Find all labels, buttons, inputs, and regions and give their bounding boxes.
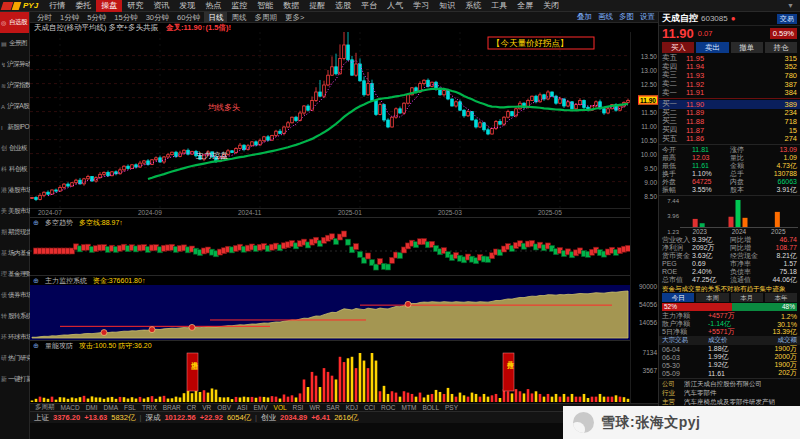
svg-text:主力控盘: 主力控盘 — [195, 151, 228, 160]
trend-oscillator-chart[interactable] — [30, 227, 630, 275]
tool-多图[interactable]: 多图 — [616, 12, 637, 22]
indicator-tab-多周期[interactable]: 多周期 — [33, 403, 57, 411]
menu-item-数据[interactable]: 数据 — [278, 0, 304, 12]
indicator-tab-WR[interactable]: WR — [307, 404, 322, 411]
menu-item-人气[interactable]: 人气 — [382, 0, 408, 12]
sidebar-item-沪深A股[interactable]: A沪深A股 — [0, 96, 29, 117]
company-row: 行业汽车零部件 — [659, 389, 800, 398]
menu-item-提醒[interactable]: 提醒 — [304, 0, 330, 12]
flow-tab-本年[interactable]: 本年 — [765, 293, 797, 302]
book-row[interactable]: 卖一11.91384 — [659, 88, 800, 97]
indicator-tab-VR[interactable]: VR — [200, 404, 213, 411]
menu-item-操盘[interactable]: 操盘 — [96, 0, 122, 12]
indicator-tab-SAR[interactable]: SAR — [324, 404, 341, 411]
tool-设置[interactable]: 设置 — [637, 12, 658, 22]
menu-item-工具[interactable]: 工具 — [486, 0, 512, 12]
indicator-tab-DMI[interactable]: DMI — [84, 404, 100, 411]
indicator-tab-CR[interactable]: CR — [185, 404, 198, 411]
flow-tab-今日[interactable]: 今日 — [662, 293, 694, 302]
order-btn-卖出[interactable]: 卖出 — [696, 42, 728, 53]
sidebar-item-全景图[interactable]: ▤全景图 — [0, 33, 29, 54]
chart-tools: 叠加画线多图设置 — [574, 12, 658, 22]
price-tick: 11.50 — [641, 108, 657, 115]
tool-叠加[interactable]: 叠加 — [574, 12, 595, 22]
indicator-tab-BRAR[interactable]: BRAR — [161, 404, 183, 411]
menu-item-资讯[interactable]: 资讯 — [148, 0, 174, 12]
sidebar-item-自选股[interactable]: ◎自选股 — [0, 12, 29, 33]
sidebar-item-沪深指数[interactable]: ≋沪深指数 — [0, 75, 29, 96]
indicator-tab-MTM[interactable]: MTM — [400, 404, 419, 411]
sidebar-item-新股IPO[interactable]: I新股IPO — [0, 117, 29, 138]
menu-item-全屏[interactable]: 全屏 — [512, 0, 538, 12]
menu-item-关闭[interactable]: 关闭 — [538, 0, 564, 12]
indicator-tab-PSY[interactable]: PSY — [443, 404, 460, 411]
menu-item-研究[interactable]: 研究 — [122, 0, 148, 12]
stat-label: 股本 — [730, 185, 762, 195]
sidebar-item-环球市场[interactable]: 环环球市场 — [0, 327, 29, 348]
period-tab-更多>[interactable]: 更多> — [281, 12, 308, 23]
sidebar-item-热门研究[interactable]: 研热门研究 — [0, 348, 29, 369]
sidebar-item-创业板[interactable]: 创创业板 — [0, 138, 29, 159]
indicator-tab-OBV[interactable]: OBV — [215, 404, 233, 411]
flow-tab-本周[interactable]: 本周 — [696, 293, 728, 302]
kline-chart[interactable]: 【今天量价好拐点】均线多头主力控盘 — [30, 32, 630, 208]
menu-item-选股[interactable]: 选股 — [330, 0, 356, 12]
menu-item-发现[interactable]: 发现 — [174, 0, 200, 12]
menu-item-学习[interactable]: 学习 — [408, 0, 434, 12]
order-btn-持仓[interactable]: 持仓 — [765, 42, 797, 53]
trade-button[interactable]: 交易 — [777, 14, 797, 24]
sidebar-item-一键打新[interactable]: 新一键打新 — [0, 369, 29, 390]
menu-item-委托[interactable]: 委托 — [70, 0, 96, 12]
period-tab-周线[interactable]: 周线 — [227, 12, 250, 23]
sidebar-item-基金理财[interactable]: 理基金理财 — [0, 264, 29, 285]
order-btn-买入[interactable]: 买入 — [662, 42, 694, 53]
tool-画线[interactable]: 画线 — [595, 12, 616, 22]
sidebar-item-科创板[interactable]: 科科创板 — [0, 159, 29, 180]
indicator-tab-DMA[interactable]: DMA — [102, 404, 120, 411]
indicator-tab-KDJ[interactable]: KDJ — [344, 404, 360, 411]
sidebar-item-美股市场[interactable]: 美美股市场 — [0, 201, 29, 222]
sidebar-item-沪深异动[interactable]: ↯沪深异动 — [0, 54, 29, 75]
indicator-tab-ROC[interactable]: ROC — [379, 404, 397, 411]
indicator-tab-RSI[interactable]: RSI — [291, 404, 306, 411]
period-tab-日线[interactable]: 日线 — [204, 12, 227, 23]
menu-item-知识[interactable]: 知识 — [434, 0, 460, 12]
menu-item-智能[interactable]: 智能 — [252, 0, 278, 12]
menu-item-系统[interactable]: 系统 — [460, 0, 486, 12]
panel-trend: ⊕ 多空趋势 多空线:88.97↑ — [30, 217, 630, 275]
period-tab-30分钟[interactable]: 30分钟 — [142, 12, 173, 23]
indicator-tab-CCI[interactable]: CCI — [362, 404, 377, 411]
fin-ylabel: 7.44 — [661, 198, 680, 204]
period-tab-15分钟[interactable]: 15分钟 — [110, 12, 141, 23]
indicator-tab-TRIX[interactable]: TRIX — [140, 404, 159, 411]
order-btn-撤单[interactable]: 撤单 — [731, 42, 763, 53]
indicator-tab-EMV[interactable]: EMV — [251, 404, 269, 411]
sidebar-item-股转系统[interactable]: 转股转系统 — [0, 306, 29, 327]
sidebar-item-债券市场[interactable]: 债债券市场 — [0, 285, 29, 306]
panel3-title: 主力监控系统 — [45, 276, 87, 286]
indicator-tab-MACD[interactable]: MACD — [59, 404, 82, 411]
sidebar-item-场内基金[interactable]: 基场内基金 — [0, 243, 29, 264]
flow-tab-本月[interactable]: 本月 — [731, 293, 763, 302]
sidebar-item-期货现货[interactable]: 期期货现货 — [0, 222, 29, 243]
period-tab-1分钟[interactable]: 1分钟 — [56, 12, 83, 23]
book-row[interactable]: 买五11.86274 — [659, 134, 800, 143]
indicator-tab-ASI[interactable]: ASI — [235, 404, 249, 411]
period-tab-分时[interactable]: 分时 — [33, 12, 56, 23]
volume-chart[interactable]: 主力进场拉升信号 — [30, 350, 630, 403]
indicator-tab-VOL[interactable]: VOL — [272, 404, 289, 411]
menu-item-热点[interactable]: 热点 — [200, 0, 226, 12]
period-tab-多周期[interactable]: 多周期 — [250, 12, 281, 23]
indicator-tab-BOLL[interactable]: BOLL — [420, 404, 441, 411]
menu-item-行情[interactable]: 行情 — [44, 0, 70, 12]
menu-caret-icon[interactable]: ▼ — [787, 2, 794, 9]
price-tick: 13.50 — [641, 52, 657, 59]
menu-item-平台[interactable]: 平台 — [356, 0, 382, 12]
indicator-tab-FSL[interactable]: FSL — [122, 404, 138, 411]
block-trade-row[interactable]: 05-0911.61202万 — [659, 369, 800, 377]
menu-item-监控[interactable]: 监控 — [226, 0, 252, 12]
period-tab-5分钟[interactable]: 5分钟 — [83, 12, 110, 23]
sidebar-item-港股市场[interactable]: 港港股市场 — [0, 180, 29, 201]
period-tab-60分钟[interactable]: 60分钟 — [173, 12, 204, 23]
fund-monitor-chart[interactable] — [30, 285, 630, 340]
